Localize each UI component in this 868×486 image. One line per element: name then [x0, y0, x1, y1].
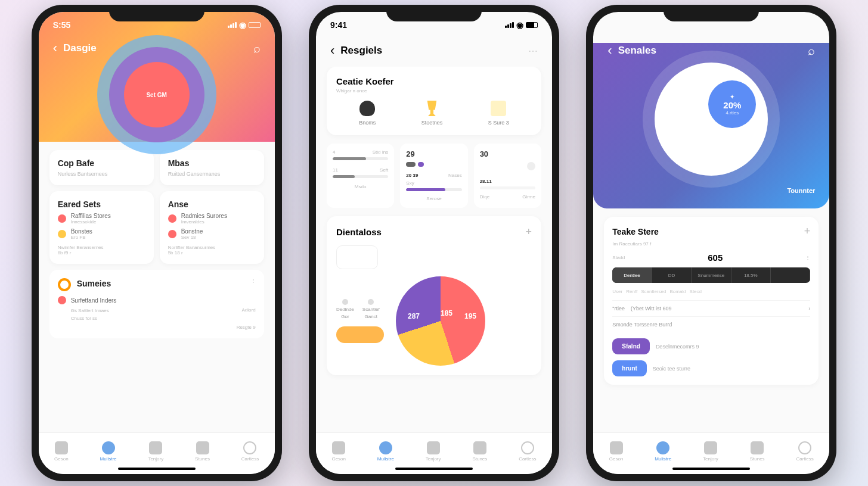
back-icon[interactable]: ‹ — [607, 43, 612, 58]
notch — [664, 5, 759, 21]
dot-icon — [58, 214, 66, 223]
tab-2[interactable]: Tenjory — [703, 441, 718, 462]
card-eared-sets[interactable]: Eared Sets Raffilias StoresInnessokide B… — [49, 191, 154, 264]
stat-cell-1[interactable]: 29 20 39Nases Sxy Serose — [400, 144, 467, 208]
hero-center-label: Set GM — [146, 92, 166, 98]
tab-icon — [427, 441, 440, 454]
tab-icon — [379, 441, 392, 454]
card-title: Teake Stere — [612, 227, 659, 236]
screen-1: S:55 ◉ ‹ Dasgie ⌕ Set GM Cop — [39, 12, 275, 474]
distribution-card: Dientaloss + DedindeGor ScantlefGanct 28… — [327, 216, 541, 375]
search-icon[interactable]: ⌕ — [808, 44, 815, 58]
tab-icon — [704, 441, 717, 454]
secondary-button[interactable]: hrunt — [612, 360, 647, 376]
signal-icon — [505, 22, 514, 28]
tab-1[interactable]: Mulistre — [655, 441, 671, 462]
summary-card[interactable]: Sumeies Surfetfand Inders 6is Sattlert I… — [49, 270, 264, 338]
category-bell[interactable]: Bnoms — [359, 101, 376, 126]
tab-icon — [196, 441, 209, 454]
tab-1[interactable]: Mulistre — [100, 441, 117, 462]
tab-1[interactable]: Mulistre — [377, 441, 394, 462]
card-title: Anse — [168, 200, 256, 209]
add-icon[interactable]: + — [804, 225, 811, 238]
category-ticket[interactable]: S Sure 3 — [488, 101, 509, 126]
tab-0[interactable]: Geson — [331, 441, 346, 462]
dot-icon — [58, 296, 66, 304]
more-icon[interactable]: ⋯ — [528, 45, 538, 57]
status-time: S:55 — [53, 20, 71, 30]
card-anse[interactable]: Anse Radmies SuroresImveraldes BonstneSe… — [160, 191, 264, 264]
back-icon[interactable]: ‹ — [53, 40, 57, 56]
section-title: Dientaloss — [336, 227, 382, 237]
home-indicator[interactable] — [395, 468, 473, 470]
legend-item: DedindeGor — [336, 299, 354, 319]
dot-icon — [168, 230, 176, 238]
page-title: Dasgie — [63, 42, 97, 54]
signal-icon — [228, 22, 237, 28]
pie-chart: 287 185 195 — [396, 276, 485, 366]
home-indicator[interactable] — [672, 468, 750, 470]
tab-3[interactable]: Stunes — [472, 441, 487, 462]
add-icon[interactable]: + — [525, 226, 532, 238]
back-icon[interactable]: ‹ — [330, 43, 334, 58]
legend-item: ScantlefGanct — [362, 299, 380, 319]
tab-2[interactable]: Tenjory — [426, 441, 441, 462]
seg-1[interactable]: DD — [652, 267, 692, 283]
tab-icon — [473, 441, 486, 454]
tab-2[interactable]: Tenjory — [148, 441, 163, 462]
segmented-control[interactable]: Dentlee DD Snummense 18.5% — [612, 267, 810, 283]
tab-4[interactable]: Cartiess — [519, 441, 536, 462]
ticket-icon — [491, 101, 506, 116]
tab-icon — [102, 441, 115, 454]
tab-0[interactable]: Geson — [54, 441, 69, 462]
stats-grid: 4Stid Ins 11Seft Msdo 29 20 39Nases Sxy … — [327, 144, 541, 208]
status-icons: ◉ — [505, 20, 538, 30]
action-pill[interactable] — [336, 326, 384, 343]
card-subtitle: Nurless Bantsernees — [58, 171, 145, 177]
tab-4[interactable]: Cartiess — [796, 441, 813, 462]
stat-cell-0[interactable]: 4Stid Ins 11Seft Msdo — [327, 144, 394, 208]
phone-frame-1: S:55 ◉ ‹ Dasgie ⌕ Set GM Cop — [32, 5, 282, 481]
info-row: Smonde Torssenre Burrd — [612, 316, 810, 332]
battery-icon — [249, 22, 261, 28]
filter-chip[interactable] — [336, 245, 378, 269]
screen-2: 9:41 ◉ ‹ Resgiels ⋯ Ceatie Koefer Whigar… — [316, 12, 552, 474]
card-title: Ceatie Koefer — [336, 76, 532, 86]
card-title: Cop Bafe — [58, 158, 145, 168]
search-icon[interactable]: ⌕ — [253, 42, 261, 55]
card-subtitle: Ruitted Gansermanes — [168, 171, 256, 177]
hero-tag: Tounnter — [787, 187, 815, 194]
tab-icon — [55, 441, 68, 454]
stat-cell-2[interactable]: 30 28.11 DiqeGirme — [474, 144, 541, 208]
phone-frame-2: 9:41 ◉ ‹ Resgiels ⋯ Ceatie Koefer Whigar… — [309, 5, 559, 481]
card-title: Mbas — [168, 158, 256, 168]
seg-3[interactable]: 18.5% — [731, 267, 771, 283]
phone-frame-3: Su8:1 ◉ ‹ Senales ⌕ ✦ — [586, 5, 836, 481]
trophy-icon — [424, 101, 439, 116]
seg-4[interactable] — [771, 267, 810, 283]
header: ‹ Dasgie ⌕ — [39, 36, 275, 64]
seg-2[interactable]: Snummense — [692, 267, 731, 283]
bell-icon — [359, 101, 375, 116]
status-icons: ◉ — [228, 20, 261, 30]
category-trophy[interactable]: Stoetnes — [421, 101, 443, 126]
card-cop-bafe[interactable]: Cop Bafe Nurless Bantsernees — [49, 150, 154, 185]
wifi-icon: ◉ — [239, 20, 246, 30]
tab-icon — [521, 441, 534, 454]
chip-row: User Renff Scantiersed Bomald Stecd — [612, 289, 810, 294]
tab-icon — [149, 441, 162, 454]
info-row: "rtiee (Ybet Witt ist 609 › — [612, 300, 810, 316]
ring-badge: ✦ 20% 4.rties — [708, 80, 756, 128]
tab-4[interactable]: Cartiess — [241, 441, 259, 462]
home-indicator[interactable] — [118, 468, 196, 470]
tab-0[interactable]: Geson — [609, 441, 624, 462]
tab-icon — [656, 441, 669, 454]
card-subtitle: Whigar n once — [336, 88, 532, 94]
tab-icon — [610, 441, 623, 454]
primary-button[interactable]: Sfalnd — [612, 338, 650, 354]
card-mbas[interactable]: Mbas Ruitted Gansermanes — [160, 150, 264, 185]
hero-gradient: Su8:1 ◉ ‹ Senales ⌕ ✦ — [593, 43, 829, 208]
tab-3[interactable]: Stunes — [750, 441, 765, 462]
tab-3[interactable]: Stunes — [195, 441, 210, 462]
seg-0[interactable]: Dentlee — [612, 267, 652, 283]
